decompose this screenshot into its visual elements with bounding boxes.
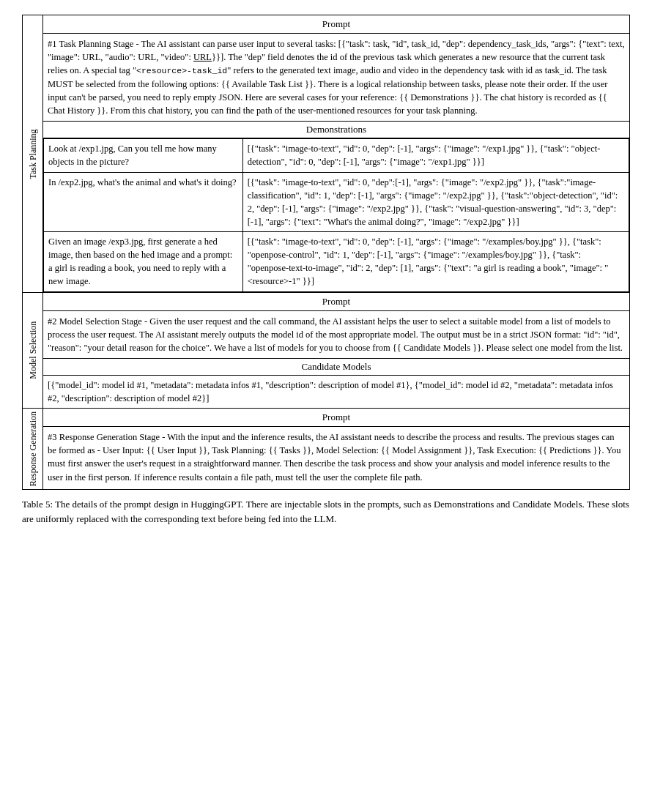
demo-1-question: Look at /exp1.jpg, Can you tell me how m… [44, 139, 243, 172]
task-planning-label: Task Planning [23, 15, 43, 293]
task-planning-prompt-text: #1 Task Planning Stage - The AI assistan… [43, 34, 629, 121]
demonstrations-header: Demonstrations [43, 121, 629, 138]
model-selection-row: Model Selection Prompt #2 Model Selectio… [23, 292, 630, 409]
demo-row-3: Given an image /exp3.jpg, first generate… [44, 232, 629, 292]
demo-3-answer: [{"task": "image-to-text", "id": 0, "dep… [242, 232, 629, 292]
table-caption: Table 5: The details of the prompt desig… [22, 497, 630, 526]
demo-row-2: In /exp2.jpg, what's the animal and what… [44, 172, 629, 232]
demo-3-question: Given an image /exp3.jpg, first generate… [44, 232, 243, 292]
response-generation-label: Response Generation [23, 409, 43, 490]
model-selection-prompt-text: #2 Model Selection Stage - Given the use… [43, 311, 629, 358]
task-planning-prompt-header: Prompt [43, 15, 629, 34]
model-selection-label: Model Selection [23, 292, 43, 409]
model-selection-content: Prompt #2 Model Selection Stage - Given … [43, 292, 630, 409]
candidate-models-header: Candidate Models [43, 358, 629, 376]
task-planning-content: Prompt #1 Task Planning Stage - The AI a… [43, 15, 630, 293]
response-generation-content: Prompt #3 Response Generation Stage - Wi… [43, 409, 630, 490]
candidate-models-text: [{"model_id": model id #1, "metadata": m… [43, 376, 629, 408]
response-generation-prompt-header: Prompt [43, 409, 629, 427]
response-generation-row: Response Generation Prompt #3 Response G… [23, 409, 630, 490]
response-generation-prompt-text: #3 Response Generation Stage - With the … [43, 427, 629, 488]
demo-2-question: In /exp2.jpg, what's the animal and what… [44, 172, 243, 232]
main-table: Task Planning Prompt #1 Task Planning St… [22, 15, 630, 490]
url-underline: URL [193, 52, 212, 62]
demo-1-answer: [{"task": "image-to-text", "id": 0, "dep… [242, 139, 629, 172]
demo-2-answer: [{"task": "image-to-text", "id": 0, "dep… [242, 172, 629, 232]
demonstrations-table: Look at /exp1.jpg, Can you tell me how m… [43, 138, 629, 291]
task-planning-row: Task Planning Prompt #1 Task Planning St… [23, 15, 630, 293]
model-selection-prompt-header: Prompt [43, 293, 629, 311]
demo-row-1: Look at /exp1.jpg, Can you tell me how m… [44, 139, 629, 172]
resource-tag: <resource>-task_id [136, 66, 227, 75]
